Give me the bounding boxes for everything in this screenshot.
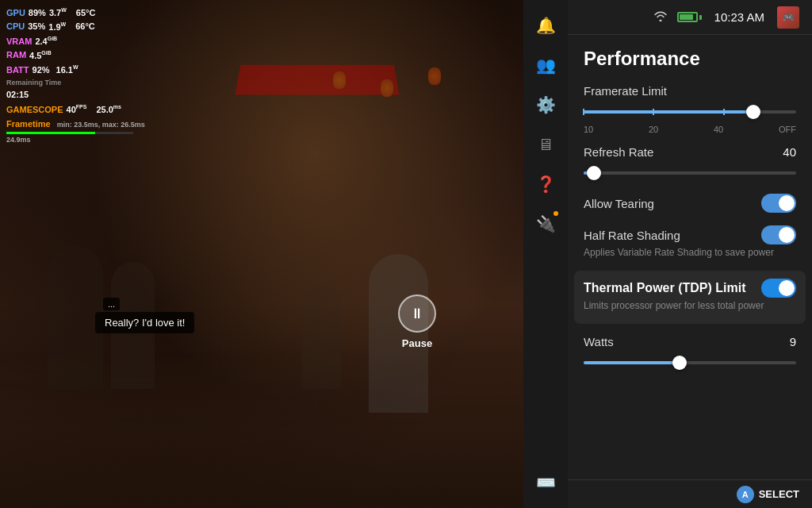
cpu-temp: 66°C bbox=[75, 21, 95, 33]
tdp-desc: Limits processor power for less total po… bbox=[584, 300, 796, 311]
nav-item-gear[interactable]: ⚙️ bbox=[527, 86, 565, 124]
cpu-power: 1.9W bbox=[48, 21, 66, 34]
bell-icon: 🔔 bbox=[536, 16, 556, 35]
refresh-rate-slider[interactable] bbox=[584, 164, 796, 183]
awning bbox=[235, 65, 399, 95]
a-button: A bbox=[737, 486, 754, 503]
vram-val: 2.4GiB bbox=[35, 35, 57, 48]
refresh-rate-label: Refresh Rate bbox=[584, 145, 653, 159]
tdp-toggle[interactable] bbox=[761, 279, 796, 298]
frametime-bar-fill bbox=[6, 132, 95, 134]
clock: 10:23 AM bbox=[714, 10, 764, 24]
watts-thumb bbox=[672, 356, 687, 370]
refresh-rate-row: Refresh Rate 40 bbox=[584, 145, 796, 183]
tick-label-off: OFF bbox=[779, 125, 796, 134]
watts-track bbox=[584, 361, 796, 364]
watts-label: Watts bbox=[584, 335, 614, 348]
tick-40 bbox=[723, 109, 725, 115]
framerate-slider[interactable] bbox=[584, 102, 796, 121]
refresh-rate-value: 40 bbox=[783, 145, 796, 159]
wifi-icon bbox=[653, 10, 668, 24]
battery-body bbox=[677, 12, 698, 22]
batt-power: 16.1W bbox=[56, 64, 79, 77]
nav-item-help[interactable]: ❓ bbox=[527, 165, 565, 203]
tick-label-20: 20 bbox=[649, 125, 658, 134]
avatar: 🎮 bbox=[777, 6, 799, 29]
panel-title: Performance bbox=[584, 48, 796, 70]
side-nav: 🔔 👥 ⚙️ 🖥 ❓ 🔌 ⌨️ bbox=[523, 0, 568, 508]
vram-label: VRAM bbox=[6, 36, 32, 48]
game-area: GPU 89% 3.7W 65°C CPU 35% 1.9W 66°C VRAM… bbox=[0, 0, 523, 508]
batt-percent: 92% bbox=[33, 64, 50, 77]
lantern bbox=[381, 79, 393, 97]
half-rate-knob bbox=[779, 227, 795, 243]
status-icons bbox=[653, 10, 702, 24]
tdp-row: Thermal Power (TDP) Limit Limits process… bbox=[574, 271, 806, 324]
keyboard-icon: ⌨️ bbox=[536, 473, 556, 492]
bottom-bar: A SELECT bbox=[568, 479, 812, 508]
lantern bbox=[428, 67, 441, 85]
nav-item-bell[interactable]: 🔔 bbox=[527, 6, 565, 44]
battery-icon bbox=[677, 12, 702, 22]
lantern bbox=[333, 71, 346, 89]
select-hint: A SELECT bbox=[737, 486, 799, 503]
frametime-bar bbox=[6, 132, 133, 134]
tdp-label: Thermal Power (TDP) Limit bbox=[584, 281, 745, 295]
pause-label: Pause bbox=[402, 337, 432, 349]
framerate-track bbox=[584, 110, 796, 114]
watts-value: 9 bbox=[790, 335, 796, 348]
battery-fill bbox=[680, 14, 694, 20]
half-rate-toggle[interactable] bbox=[761, 225, 796, 244]
batt-label: BATT bbox=[6, 64, 29, 77]
tdp-knob bbox=[779, 280, 795, 296]
gpu-power: 3.7W bbox=[49, 6, 67, 20]
gamescope-fps: 40FPS bbox=[67, 103, 87, 117]
ram-val: 4.5GiB bbox=[29, 49, 52, 63]
hud-overlay: GPU 89% 3.7W 65°C CPU 35% 1.9W 66°C VRAM… bbox=[6, 6, 145, 148]
nav-item-friends[interactable]: 👥 bbox=[527, 46, 565, 84]
nav-item-power[interactable]: 🔌 bbox=[527, 205, 565, 243]
watts-fill bbox=[584, 361, 680, 364]
tick-10 bbox=[583, 109, 584, 115]
select-label: SELECT bbox=[759, 488, 799, 500]
tick-20 bbox=[653, 109, 654, 115]
nav-item-keyboard[interactable]: ⌨️ bbox=[527, 464, 565, 502]
refresh-rate-track bbox=[584, 171, 796, 175]
cpu-label: CPU bbox=[6, 21, 25, 33]
gpu-temp: 65°C bbox=[76, 7, 96, 20]
top-bar: 10:23 AM 🎮 bbox=[568, 0, 812, 35]
framerate-ticks: 10 20 40 OFF bbox=[584, 125, 796, 134]
allow-tearing-toggle[interactable] bbox=[761, 194, 796, 213]
panel-content: Performance Framerate Limit 10 20 40 bbox=[568, 35, 812, 479]
character-4 bbox=[301, 286, 341, 389]
half-rate-row: Half Rate Shading Applies Variable Rate … bbox=[584, 225, 796, 258]
friends-icon: 👥 bbox=[536, 56, 556, 75]
frametime-minmax: min: 23.5ms, max: 26.5ms bbox=[57, 120, 145, 130]
dialog-bubble: Really? I'd love it! bbox=[95, 312, 194, 333]
gpu-percent: 89% bbox=[29, 7, 46, 20]
gamescope-label: GAMESCOPE bbox=[6, 104, 63, 117]
framerate-thumb bbox=[746, 105, 760, 119]
allow-tearing-knob bbox=[779, 195, 795, 211]
allow-tearing-row: Allow Tearing bbox=[584, 194, 796, 213]
allow-tearing-label: Allow Tearing bbox=[584, 197, 654, 210]
framerate-limit-row: Framerate Limit 10 20 40 OFF bbox=[584, 84, 796, 134]
nav-item-display[interactable]: 🖥 bbox=[527, 125, 565, 164]
cpu-percent: 35% bbox=[28, 21, 45, 33]
tick-label-10: 10 bbox=[584, 125, 593, 134]
batt-time: 02:15 bbox=[6, 89, 29, 102]
power-icon: 🔌 bbox=[536, 214, 556, 233]
watts-row: Watts 9 bbox=[584, 335, 796, 372]
frametime-avg: 24.9ms bbox=[6, 135, 145, 145]
pause-button[interactable]: ⏸ Pause bbox=[398, 294, 436, 349]
ram-label: RAM bbox=[6, 49, 26, 62]
batt-remaining-label: Remaining Time bbox=[6, 78, 61, 88]
framerate-limit-label: Framerate Limit bbox=[584, 84, 667, 98]
refresh-rate-thumb bbox=[587, 166, 601, 180]
tick-label-40: 40 bbox=[714, 125, 723, 134]
frametime-label: Frametime bbox=[6, 118, 51, 131]
display-icon: 🖥 bbox=[538, 136, 553, 154]
settings-panel: 10:23 AM 🎮 Performance Framerate Limit bbox=[568, 0, 812, 508]
half-rate-desc: Applies Variable Rate Shading to save po… bbox=[584, 247, 796, 258]
watts-slider[interactable] bbox=[584, 353, 796, 372]
